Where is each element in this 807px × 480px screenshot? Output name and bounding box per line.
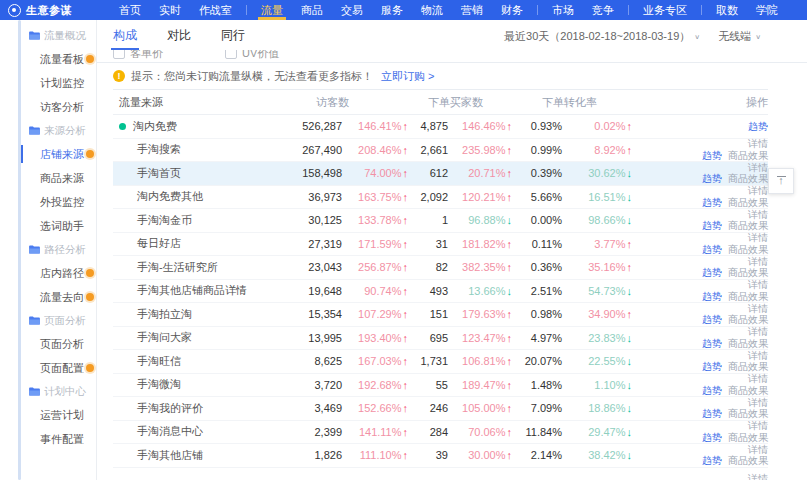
tab-peers[interactable]: 同行 bbox=[221, 27, 245, 50]
nav-item-trade[interactable]: 交易 bbox=[332, 0, 372, 20]
toolbar-right: 最近30天（2018-02-18~2018-03-19） ∨ 无线端 ∨ bbox=[504, 29, 807, 50]
sidebar-item-plan-monitor[interactable]: 计划监控 bbox=[21, 71, 96, 95]
checkbox-uv-value[interactable]: UV价值 bbox=[225, 50, 279, 61]
goods-effect-link[interactable]: 商品效果 bbox=[728, 455, 768, 467]
goods-effect-link[interactable]: 商品效果 bbox=[728, 361, 768, 373]
metric-delta: 192.68%↑ bbox=[342, 379, 408, 391]
trend-link[interactable]: 趋势 bbox=[702, 244, 722, 256]
nav-item-realtime[interactable]: 实时 bbox=[150, 0, 190, 20]
nav-divider bbox=[537, 5, 538, 15]
detail-link[interactable]: 详情 bbox=[748, 473, 768, 480]
goods-effect-link[interactable]: 商品效果 bbox=[728, 338, 768, 350]
nav-item-home[interactable]: 首页 bbox=[110, 0, 150, 20]
trend-link[interactable]: 趋势 bbox=[702, 220, 722, 232]
nav-item-business-zone[interactable]: 业务专区 bbox=[634, 0, 696, 20]
nav-item-war-room[interactable]: 作战室 bbox=[190, 0, 241, 20]
app-logo[interactable]: 生意参谋 bbox=[8, 3, 100, 18]
sidebar-item-instore-path[interactable]: 店内路径 bbox=[21, 261, 96, 285]
nav-item-market[interactable]: 市场 bbox=[543, 0, 583, 20]
detail-link[interactable]: 详情 bbox=[748, 373, 768, 385]
notification-dot bbox=[86, 293, 94, 301]
nav-item-service[interactable]: 服务 bbox=[372, 0, 412, 20]
sidebar-item-traffic-board[interactable]: 流量看板 bbox=[21, 47, 96, 71]
metric-value: 27,319 bbox=[308, 238, 342, 250]
nav-item-marketing[interactable]: 营销 bbox=[452, 0, 492, 20]
goods-effect-link[interactable]: 商品效果 bbox=[728, 314, 768, 326]
metric-cell: 0.99%8.92%↑ bbox=[512, 144, 632, 156]
goods-effect-link[interactable]: 商品效果 bbox=[728, 432, 768, 444]
delta-value: 133.78% bbox=[358, 214, 401, 226]
detail-link[interactable]: 详情 bbox=[748, 279, 768, 291]
detail-link[interactable]: 详情 bbox=[748, 397, 768, 409]
trend-link[interactable]: 趋势 bbox=[702, 455, 722, 467]
detail-link[interactable]: 详情 bbox=[748, 138, 768, 150]
subscribe-link[interactable]: 立即订购 > bbox=[381, 69, 434, 84]
trend-link[interactable]: 趋势 bbox=[702, 338, 722, 350]
detail-link[interactable]: 详情 bbox=[748, 350, 768, 362]
sidebar-item-event-config[interactable]: 事件配置 bbox=[21, 427, 96, 451]
sidebar-section-plan-center[interactable]: 计划中心 bbox=[21, 380, 96, 403]
trend-link[interactable]: 趋势 bbox=[702, 432, 722, 444]
sidebar-item-page-analysis[interactable]: 页面分析 bbox=[21, 332, 96, 356]
metric-value: 267,490 bbox=[302, 144, 342, 156]
detail-link[interactable]: 详情 bbox=[748, 444, 768, 456]
goods-effect-link[interactable]: 商品效果 bbox=[728, 150, 768, 162]
date-range-picker[interactable]: 最近30天（2018-02-18~2018-03-19） ∨ bbox=[504, 29, 700, 44]
sidebar-item-page-config[interactable]: 页面配置 bbox=[21, 356, 96, 380]
goods-effect-link[interactable]: 商品效果 bbox=[728, 244, 768, 256]
goods-effect-link[interactable]: 商品效果 bbox=[728, 267, 768, 279]
nav-item-competition[interactable]: 竞争 bbox=[583, 0, 623, 20]
tab-compare[interactable]: 对比 bbox=[167, 27, 191, 50]
nav-item-traffic[interactable]: 流量 bbox=[252, 0, 292, 20]
metric-value: 2,661 bbox=[420, 144, 448, 156]
delta-value: 111.10% bbox=[360, 449, 402, 461]
trend-link[interactable]: 趋势 bbox=[702, 173, 722, 185]
trend-link[interactable]: 趋势 bbox=[702, 197, 722, 209]
detail-link[interactable]: 详情 bbox=[748, 162, 768, 174]
sidebar-section-page-analysis-group[interactable]: 页面分析 bbox=[21, 309, 96, 332]
metric-cell: 526,287146.41%↑ bbox=[280, 120, 408, 132]
trend-link[interactable]: 趋势 bbox=[702, 267, 722, 279]
nav-item-finance[interactable]: 财务 bbox=[492, 0, 532, 20]
goods-effect-link[interactable]: 商品效果 bbox=[728, 291, 768, 303]
table-row: 淘内免费526,287146.41%↑4,875146.46%↑0.93%0.0… bbox=[113, 115, 768, 139]
sidebar-section-source-analysis[interactable]: 来源分析 bbox=[21, 119, 96, 142]
goods-effect-link[interactable]: 商品效果 bbox=[728, 220, 768, 232]
sidebar-item-operation-plan[interactable]: 运营计划 bbox=[21, 403, 96, 427]
trend-link[interactable]: 趋势 bbox=[702, 385, 722, 397]
sidebar-item-store-source[interactable]: 店铺来源 bbox=[21, 142, 96, 166]
nav-item-academy[interactable]: 学院 bbox=[747, 0, 787, 20]
goods-effect-link[interactable]: 商品效果 bbox=[728, 173, 768, 185]
nav-item-data-extract[interactable]: 取数 bbox=[707, 0, 747, 20]
sidebar-section-path-analysis[interactable]: 路径分析 bbox=[21, 238, 96, 261]
sidebar-section-traffic-overview[interactable]: 流量概况 bbox=[21, 24, 96, 47]
detail-link[interactable]: 详情 bbox=[748, 232, 768, 244]
trend-link[interactable]: 趋势 bbox=[702, 291, 722, 303]
detail-link[interactable]: 详情 bbox=[748, 420, 768, 432]
nav-item-goods[interactable]: 商品 bbox=[292, 0, 332, 20]
detail-link[interactable]: 详情 bbox=[748, 185, 768, 197]
goods-effect-link[interactable]: 商品效果 bbox=[728, 197, 768, 209]
sidebar-item-goods-source[interactable]: 商品来源 bbox=[21, 166, 96, 190]
trend-link[interactable]: 趋势 bbox=[702, 408, 722, 420]
detail-link[interactable]: 详情 bbox=[748, 209, 768, 221]
trend-link[interactable]: 趋势 bbox=[748, 121, 768, 133]
sidebar-item-traffic-destination[interactable]: 流量去向 bbox=[21, 285, 96, 309]
trend-link[interactable]: 趋势 bbox=[702, 150, 722, 162]
device-select[interactable]: 无线端 ∨ bbox=[718, 29, 761, 44]
back-to-top-button[interactable]: ↑ bbox=[768, 168, 794, 194]
sidebar-item-external-monitor[interactable]: 外投监控 bbox=[21, 190, 96, 214]
sidebar-item-visitor-analysis[interactable]: 访客分析 bbox=[21, 95, 96, 119]
checkbox-price-per-customer[interactable]: 客单价 bbox=[113, 50, 163, 61]
trend-link[interactable]: 趋势 bbox=[702, 314, 722, 326]
goods-effect-link[interactable]: 商品效果 bbox=[728, 408, 768, 420]
nav-item-logistics[interactable]: 物流 bbox=[412, 0, 452, 20]
detail-link[interactable]: 详情 bbox=[748, 256, 768, 268]
sidebar-item-word-helper[interactable]: 选词助手 bbox=[21, 214, 96, 238]
detail-link[interactable]: 详情 bbox=[748, 326, 768, 338]
detail-link[interactable]: 详情 bbox=[748, 303, 768, 315]
delta-value: 3.77% bbox=[594, 238, 625, 250]
goods-effect-link[interactable]: 商品效果 bbox=[728, 385, 768, 397]
trend-link[interactable]: 趋势 bbox=[702, 361, 722, 373]
tab-composition[interactable]: 构成 bbox=[113, 27, 137, 50]
